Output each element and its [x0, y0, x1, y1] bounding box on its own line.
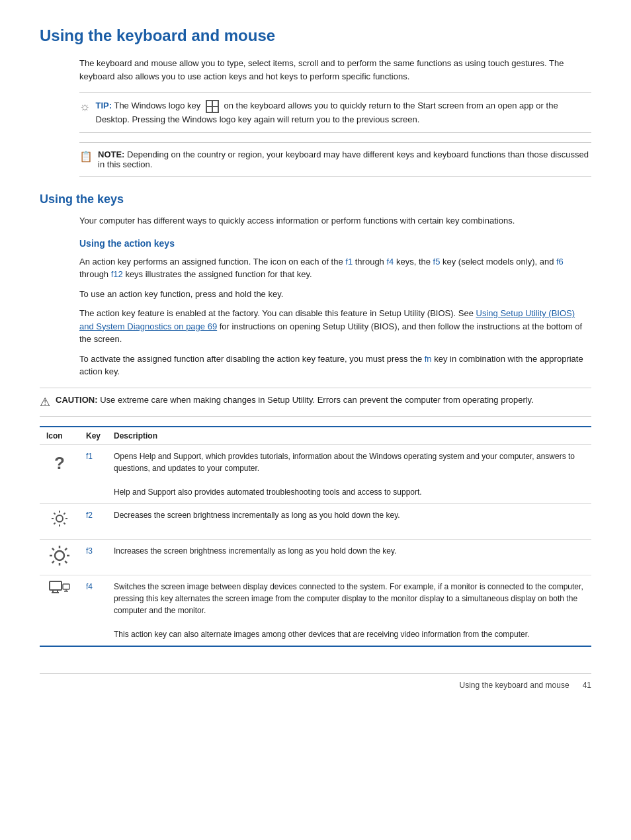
table-row: ? f1 Opens Help and Support, which provi…: [40, 444, 591, 503]
svg-rect-22: [63, 584, 69, 589]
caution-label: CAUTION:: [56, 395, 98, 405]
brightness-decrease-icon: [50, 509, 69, 528]
tip-content: TIP: The Windows logo key on the keyboar…: [96, 99, 592, 126]
page-footer: Using the keyboard and mouse 41: [40, 673, 591, 690]
icon-f2: [40, 503, 79, 539]
svg-line-15: [65, 561, 67, 563]
key-f2: f2: [79, 503, 107, 539]
caution-content: CAUTION: Use extreme care when making ch…: [56, 395, 534, 405]
key-f3: f3: [79, 539, 107, 575]
desc-f3: Increases the screen brightness incremen…: [107, 539, 591, 575]
svg-line-17: [52, 561, 54, 563]
caution-box: ⚠ CAUTION: Use extreme care when making …: [40, 388, 591, 417]
svg-line-14: [52, 548, 54, 550]
section-keys-title: Using the keys: [40, 192, 591, 206]
windows-key-icon: [206, 100, 219, 113]
note-icon: 📋: [79, 150, 93, 163]
para3-part1: The action key feature is enabled at the…: [79, 308, 476, 318]
svg-rect-18: [50, 581, 62, 590]
tip-box: ☼ TIP: The Windows logo key on the keybo…: [79, 92, 591, 133]
svg-line-7: [63, 513, 65, 514]
subsection-action-title: Using the action keys: [79, 238, 591, 249]
footer-page-number: 41: [583, 681, 591, 690]
key-f12-ref: f12: [111, 269, 123, 279]
icon-f4: [40, 575, 79, 646]
svg-point-0: [56, 515, 63, 522]
key-f1: f1: [79, 444, 107, 503]
svg-line-6: [63, 523, 65, 524]
svg-point-9: [55, 551, 64, 560]
key-table: Icon Key Description ? f1 Opens Help and…: [40, 426, 591, 647]
section-keys-intro: Your computer has different ways to quic…: [79, 214, 591, 228]
col-header-desc: Description: [107, 427, 591, 445]
note-content: NOTE: Depending on the country or region…: [98, 149, 591, 169]
key-f4: f4: [79, 575, 107, 646]
note-label: NOTE:: [98, 149, 124, 159]
footer-text: Using the keyboard and mouse: [460, 681, 569, 690]
icon-f1: ?: [40, 444, 79, 503]
key-f4-ref: f4: [386, 257, 394, 267]
note-box: 📋 NOTE: Depending on the country or regi…: [79, 142, 591, 177]
tip-text-before-icon: The Windows logo key: [114, 101, 200, 110]
page-title: Using the keyboard and mouse: [40, 26, 591, 45]
action-para4: To activate the assigned function after …: [79, 353, 591, 378]
key-f5-ref: f5: [433, 257, 441, 267]
desc-f1: Opens Help and Support, which provides t…: [107, 444, 591, 503]
desc-f2: Decreases the screen brightness incremen…: [107, 503, 591, 539]
svg-line-8: [54, 523, 56, 524]
note-text-content: Depending on the country or region, your…: [98, 149, 589, 169]
brightness-increase-icon: [49, 545, 70, 566]
desc-f4: Switches the screen image between displa…: [107, 575, 591, 646]
para4-part1: To activate the assigned function after …: [79, 354, 425, 364]
tip-label: TIP:: [96, 101, 112, 110]
display-switch-icon: [49, 581, 70, 597]
key-f1-ref: f1: [345, 257, 353, 267]
key-f6-ref: f6: [556, 257, 564, 267]
tip-icon: ☼: [79, 100, 91, 114]
table-row: f4 Switches the screen image between dis…: [40, 575, 591, 646]
caution-text-content: Use extreme care when making changes in …: [100, 395, 534, 405]
action-para1: An action key performs an assigned funct…: [79, 255, 591, 281]
fn-key-ref: fn: [425, 354, 432, 364]
icon-f3: [40, 539, 79, 575]
caution-icon: ⚠: [40, 395, 50, 409]
table-row: f2 Decreases the screen brightness incre…: [40, 503, 591, 539]
table-row: f3 Increases the screen brightness incre…: [40, 539, 591, 575]
col-header-icon: Icon: [40, 427, 79, 445]
action-para2: To use an action key function, press and…: [79, 288, 591, 301]
action-para3: The action key feature is enabled at the…: [79, 307, 591, 346]
svg-line-16: [65, 548, 67, 550]
svg-line-5: [54, 513, 56, 514]
intro-paragraph: The keyboard and mouse allow you to type…: [79, 57, 591, 83]
col-header-key: Key: [79, 427, 107, 445]
